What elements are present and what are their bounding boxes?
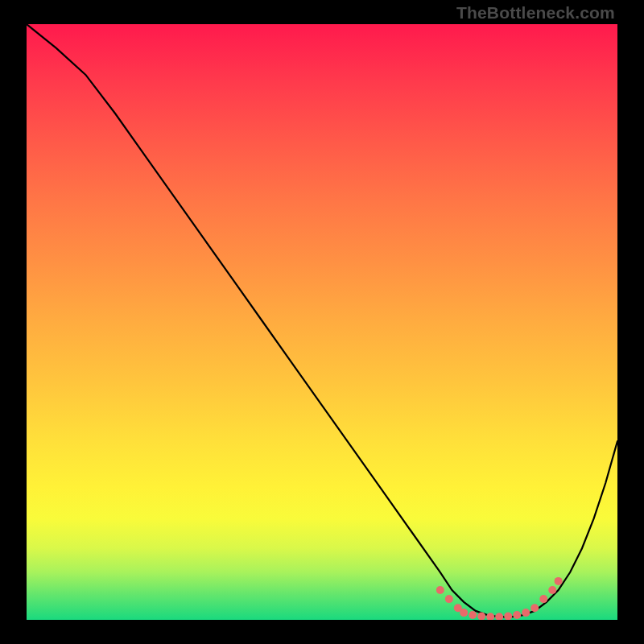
highlight-dot [445,595,453,603]
highlight-dot [522,609,530,617]
watermark-label: TheBottleneck.com [456,3,615,23]
highlight-dot [460,609,468,617]
plot-area [27,24,617,620]
highlight-dot [548,586,556,594]
highlight-dots-group [436,577,563,620]
highlight-dot [486,613,494,620]
highlight-dot [495,613,503,620]
curve-svg [27,24,617,620]
chart-stage: TheBottleneck.com [0,0,644,644]
highlight-dot [504,613,512,620]
highlight-dot [469,611,477,619]
highlight-dot [513,611,521,619]
highlight-dot [436,586,444,594]
bottleneck-curve-path [27,24,617,617]
highlight-dot [555,577,563,585]
highlight-dot [530,604,539,612]
highlight-dot [539,595,547,603]
